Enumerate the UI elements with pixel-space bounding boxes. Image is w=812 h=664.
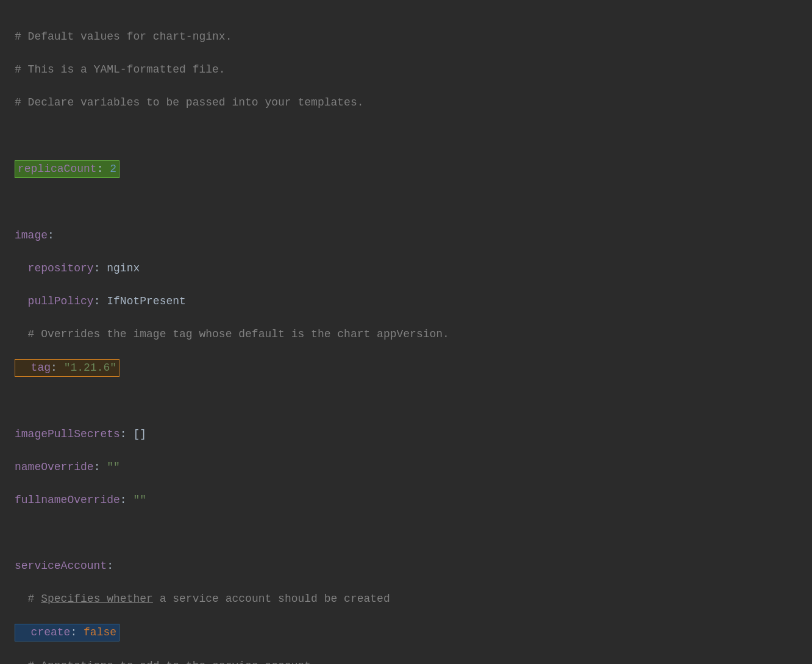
val-tag: "1.21.6" [64, 362, 116, 374]
key-repository: repository [28, 262, 94, 274]
colon-repository: : [94, 262, 107, 274]
val-create: false [84, 626, 116, 638]
key-imagepullsecrets: imagePullSecrets [15, 428, 120, 440]
line-comment1: # Default values for chart-nginx. [15, 30, 232, 43]
key-nameoverride: nameOverride [15, 461, 94, 473]
key-create: create [31, 626, 71, 638]
val-replicacount: 2 [110, 163, 116, 175]
colon-image: : [48, 229, 54, 241]
create-highlight: create: false [15, 624, 119, 641]
indent-pull [15, 295, 28, 307]
val-fullnameoverride: "" [133, 494, 146, 506]
colon-tag: : [51, 362, 64, 374]
val-pullpolicy: IfNotPresent [107, 295, 186, 307]
colon-nameoverride: : [94, 461, 107, 473]
val-repository: nginx [107, 262, 140, 274]
key-replicacount: replicaCount [18, 163, 97, 175]
colon-fullnameoverride: : [120, 494, 134, 506]
indent-create [18, 626, 31, 638]
tag-highlight: tag: "1.21.6" [15, 359, 119, 377]
line-comment3: # Declare variables to be passed into yo… [15, 96, 364, 109]
replica-count-highlight: replicaCount: 2 [15, 160, 119, 178]
code-editor: # Default values for chart-nginx. # This… [15, 12, 797, 664]
line-comment-sa1: # Specifies whether a service account sh… [15, 593, 390, 605]
key-serviceaccount: serviceAccount [15, 560, 107, 572]
colon-imagepullsecrets: : [120, 428, 134, 440]
line-comment2: # This is a YAML-formatted file. [15, 63, 226, 76]
val-nameoverride: "" [107, 461, 120, 473]
line-comment4: # Overrides the image tag whose default … [15, 328, 449, 340]
val-imagepullsecrets: [] [133, 428, 146, 440]
key-tag: tag [18, 362, 51, 374]
key-image: image [15, 229, 48, 241]
key-pullpolicy: pullPolicy [28, 295, 94, 307]
indent-repo [15, 262, 28, 274]
key-fullnameoverride: fullnameOverride [15, 494, 120, 506]
colon-pullpolicy: : [94, 295, 107, 307]
colon-replicacount: : [97, 163, 110, 175]
line-comment-sa2: # Annotations to add to the service acco… [15, 660, 311, 664]
colon-serviceaccount: : [107, 560, 113, 572]
colon-create: : [70, 626, 84, 638]
